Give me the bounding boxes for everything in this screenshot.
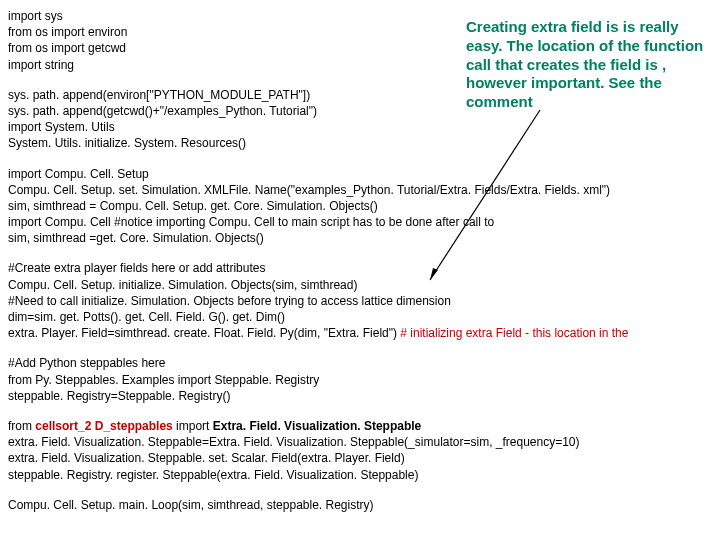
code-line: dim=sim. get. Potts(). get. Cell. Field.… <box>8 309 712 325</box>
code-line: steppable. Registry=Steppable. Registry(… <box>8 388 712 404</box>
code-line: steppable. Registry. register. Steppable… <box>8 467 712 483</box>
code-line: extra. Field. Visualization. Steppable. … <box>8 450 712 466</box>
svg-line-0 <box>430 110 540 280</box>
code-line: Compu. Cell. Setup. initialize. Simulati… <box>8 277 712 293</box>
code-block-5: #Add Python steppables here from Py. Ste… <box>8 355 712 404</box>
code-text: extra. Player. Field=simthread. create. … <box>8 326 400 340</box>
callout-text: Creating extra field is is really easy. … <box>466 18 706 112</box>
code-block-6: from cellsort_2 D_steppables import Extr… <box>8 418 712 483</box>
code-line: import System. Utils <box>8 119 712 135</box>
code-comment-red: # initializing extra Field - this locati… <box>400 326 628 340</box>
code-line: Compu. Cell. Setup. main. Loop(sim, simt… <box>8 497 712 513</box>
code-text: from <box>8 419 35 433</box>
code-line: extra. Player. Field=simthread. create. … <box>8 325 712 341</box>
class-name: Extra. Field. Visualization. Steppable <box>213 419 422 433</box>
code-line: import Compu. Cell #notice importing Com… <box>8 214 712 230</box>
code-line: #Create extra player fields here or add … <box>8 260 712 276</box>
code-block-4: #Create extra player fields here or add … <box>8 260 712 341</box>
code-line: from Py. Steppables. Examples import Ste… <box>8 372 712 388</box>
code-line: sim, simthread = Compu. Cell. Setup. get… <box>8 198 712 214</box>
svg-marker-1 <box>430 268 438 280</box>
module-name: cellsort_2 D_steppables <box>35 419 172 433</box>
code-line: sim, simthread =get. Core. Simulation. O… <box>8 230 712 246</box>
code-line: #Need to call initialize. Simulation. Ob… <box>8 293 712 309</box>
code-line: #Add Python steppables here <box>8 355 712 371</box>
code-line: import Compu. Cell. Setup <box>8 166 712 182</box>
code-line: System. Utils. initialize. System. Resou… <box>8 135 712 151</box>
code-line: extra. Field. Visualization. Steppable=E… <box>8 434 712 450</box>
code-text: import <box>173 419 213 433</box>
code-line: from cellsort_2 D_steppables import Extr… <box>8 418 712 434</box>
arrow-line <box>430 110 590 290</box>
code-block-7: Compu. Cell. Setup. main. Loop(sim, simt… <box>8 497 712 513</box>
code-block-3: import Compu. Cell. Setup Compu. Cell. S… <box>8 166 712 247</box>
code-line: Compu. Cell. Setup. set. Simulation. XML… <box>8 182 712 198</box>
